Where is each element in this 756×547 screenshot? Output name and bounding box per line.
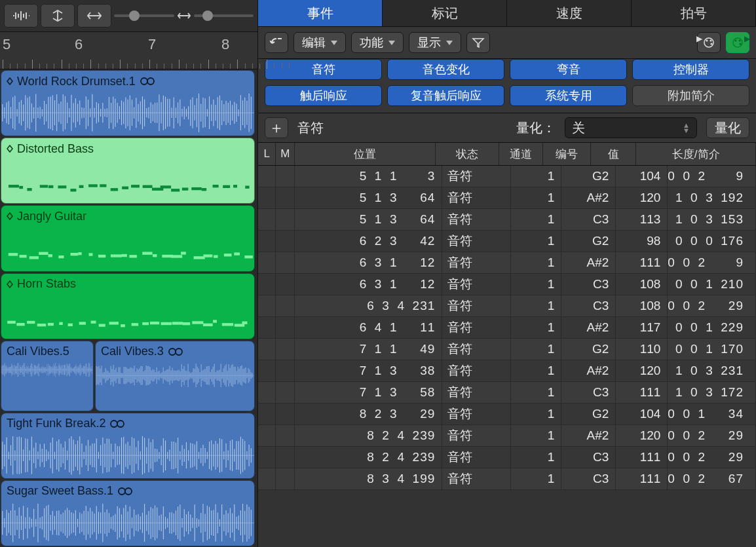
cell-l[interactable] [258,404,276,424]
cell-position[interactable]: 7 1 3 58 [295,382,442,403]
filter-aftertouch[interactable]: 触后响应 [265,85,382,106]
cell-l[interactable] [258,382,276,403]
cell-channel[interactable]: 1 [511,360,561,381]
audio-region[interactable]: World Rock Drumset.1 [1,70,255,136]
cell-channel[interactable]: 1 [511,166,561,187]
col-m[interactable]: M [276,143,295,165]
cell-length[interactable]: 0 0 2 29 [668,425,756,446]
event-row[interactable]: 5 1 3 64音符1A#21201 0 3 192 [258,187,756,209]
cell-m[interactable] [276,252,295,273]
cell-l[interactable] [258,425,276,446]
edit-menu[interactable]: 编辑 [293,32,346,53]
filter-program-change[interactable]: 音色变化 [387,59,504,80]
cell-status[interactable]: 音符 [442,187,511,208]
cell-value[interactable]: 110 [616,339,668,360]
cell-status[interactable]: 音符 [442,360,511,381]
audio-region[interactable]: Sugar Sweet Bass.1 [1,480,255,546]
cell-channel[interactable]: 1 [511,187,561,208]
cell-length[interactable]: 1 0 3 172 [668,382,756,403]
filter-controller[interactable]: 控制器 [632,59,749,80]
cell-number[interactable]: G2 [561,231,616,252]
cell-m[interactable] [276,360,295,381]
cell-l[interactable] [258,209,276,230]
cell-status[interactable]: 音符 [442,295,511,316]
cell-status[interactable]: 音符 [442,209,511,230]
cell-channel[interactable]: 1 [511,339,561,360]
event-row[interactable]: 7 1 3 58音符1C31111 0 3 172 [258,382,756,404]
zoom-slider-area[interactable] [114,11,254,20]
cell-value[interactable]: 104 [616,166,668,187]
cell-length[interactable]: 1 0 3 192 [668,187,756,208]
cell-value[interactable]: 111 [616,382,668,403]
audio-region[interactable]: Tight Funk Break.2 [1,413,255,479]
back-button[interactable] [265,32,288,53]
cell-number[interactable]: C3 [561,295,616,316]
filter-button[interactable] [466,32,490,53]
cell-m[interactable] [276,447,295,468]
cell-value[interactable]: 98 [616,231,668,252]
cell-channel[interactable]: 1 [511,295,561,316]
filter-additional[interactable]: 附加简介 [632,85,749,106]
cell-position[interactable]: 5 1 3 64 [295,209,442,230]
quantize-button[interactable]: 量化 [706,117,749,138]
cell-m[interactable] [276,468,295,489]
event-row[interactable]: 5 1 3 64音符1C31131 0 3 153 [258,209,756,231]
cell-m[interactable] [276,382,295,403]
cell-number[interactable]: C3 [561,209,616,230]
cell-position[interactable]: 7 1 1 49 [295,339,442,360]
cell-status[interactable]: 音符 [442,404,511,424]
event-row[interactable]: 7 1 1 49音符1G21100 0 1 170 [258,339,756,360]
cell-l[interactable] [258,274,276,295]
quantize-select[interactable]: 关 ▲▼ [565,117,697,138]
cell-number[interactable]: G2 [561,339,616,360]
cell-length[interactable]: 0 0 1 170 [668,339,756,360]
cell-value[interactable]: 108 [616,295,668,316]
cell-number[interactable]: A#2 [561,317,616,338]
cell-position[interactable]: 8 2 4 239 [295,447,442,468]
cell-channel[interactable]: 1 [511,252,561,273]
cell-number[interactable]: C3 [561,468,616,489]
event-row[interactable]: 6 2 3 42音符1G2980 0 0 176 [258,231,756,252]
midi-region[interactable]: Horn Stabs [1,273,255,339]
col-length[interactable]: 长度/简介 [636,143,756,165]
cell-position[interactable]: 8 2 4 239 [295,425,442,446]
tab-signature[interactable]: 拍号 [632,0,756,26]
cell-m[interactable] [276,166,295,187]
palette-in-button[interactable]: ▶ [726,32,749,53]
cell-l[interactable] [258,468,276,489]
cell-m[interactable] [276,425,295,446]
cell-position[interactable]: 8 3 4 199 [295,468,442,489]
cell-m[interactable] [276,231,295,252]
cell-number[interactable]: A#2 [561,252,616,273]
event-row[interactable]: 8 2 3 29音符1G21040 0 1 34 [258,404,756,425]
cell-position[interactable]: 6 3 1 12 [295,252,442,273]
cell-value[interactable]: 120 [616,360,668,381]
cell-l[interactable] [258,447,276,468]
cell-l[interactable] [258,187,276,208]
cell-position[interactable]: 6 3 4 231 [295,295,442,316]
event-row[interactable]: 6 4 1 11音符1A#21170 0 1 229 [258,317,756,339]
cell-m[interactable] [276,209,295,230]
vertical-zoom-button[interactable] [41,4,75,28]
cell-m[interactable] [276,187,295,208]
cell-value[interactable]: 117 [616,317,668,338]
event-row[interactable]: 7 1 3 38音符1A#21201 0 3 231 [258,360,756,382]
cell-l[interactable] [258,360,276,381]
event-row[interactable]: 6 3 1 12音符1C31080 0 1 210 [258,274,756,295]
cell-m[interactable] [276,274,295,295]
cell-m[interactable] [276,339,295,360]
cell-position[interactable]: 5 1 1 3 [295,166,442,187]
col-number[interactable]: 编号 [543,143,591,165]
col-position[interactable]: 位置 [295,143,436,165]
cell-l[interactable] [258,166,276,187]
cell-l[interactable] [258,252,276,273]
event-row[interactable]: 8 3 4 199音符1C31110 0 2 67 [258,468,756,490]
cell-length[interactable]: 0 0 1 210 [668,274,756,295]
cell-l[interactable] [258,317,276,338]
event-row[interactable]: 6 3 4 231音符1C31080 0 2 29 [258,295,756,317]
cell-length[interactable]: 0 0 2 29 [668,295,756,316]
tab-tempo[interactable]: 速度 [507,0,632,26]
filter-sysex[interactable]: 系统专用 [510,85,627,106]
cell-length[interactable]: 0 0 2 9 [668,252,756,273]
cell-number[interactable]: C3 [561,447,616,468]
